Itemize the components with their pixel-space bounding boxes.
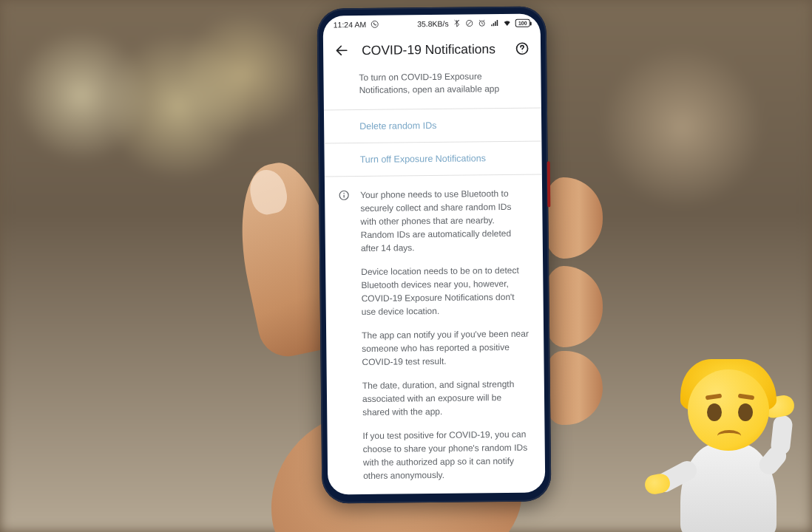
whatsapp-icon [371, 20, 379, 29]
svg-point-5 [522, 51, 523, 52]
phone-screen: 11:24 AM 35.8KB/s [323, 13, 546, 494]
status-time: 11:24 AM [334, 20, 366, 29]
wifi-icon [503, 18, 512, 27]
battery-icon: 100 [515, 18, 530, 27]
svg-point-7 [343, 193, 345, 194]
signal-icon [490, 18, 499, 27]
lead-instruction: To turn on COVID-19 Exposure Notificatio… [323, 66, 541, 109]
status-bar: 11:24 AM 35.8KB/s [323, 13, 541, 33]
settings-content: To turn on COVID-19 Exposure Notificatio… [323, 66, 545, 494]
info-paragraph: The date, duration, and signal strength … [362, 377, 532, 418]
turn-off-exposure-button[interactable]: Turn off Exposure Notifications [324, 141, 541, 176]
bluetooth-icon [453, 19, 461, 28]
info-paragraph: The app can notify you if you've been ne… [362, 327, 531, 368]
info-paragraph: Device location needs to be on to detect… [361, 263, 530, 318]
app-bar: COVID-19 Notifications [323, 31, 541, 69]
smartphone-device: 11:24 AM 35.8KB/s [317, 6, 552, 503]
page-title: COVID-19 Notifications [362, 41, 502, 58]
info-icon [338, 189, 350, 201]
info-block: Your phone needs to use Bluetooth to sec… [325, 174, 545, 493]
alarm-icon [478, 18, 487, 27]
back-button[interactable] [334, 42, 350, 58]
svg-point-0 [372, 21, 379, 27]
info-paragraph: If you test positive for COVID-19, you c… [362, 427, 532, 482]
delete-random-ids-button[interactable]: Delete random IDs [324, 108, 541, 143]
help-button[interactable] [514, 41, 530, 57]
dnd-icon [465, 18, 474, 27]
info-paragraph: Your phone needs to use Bluetooth to sec… [360, 186, 530, 254]
svg-line-2 [467, 21, 471, 25]
svg-rect-8 [343, 194, 344, 197]
status-network-speed: 35.8KB/s [417, 19, 449, 28]
